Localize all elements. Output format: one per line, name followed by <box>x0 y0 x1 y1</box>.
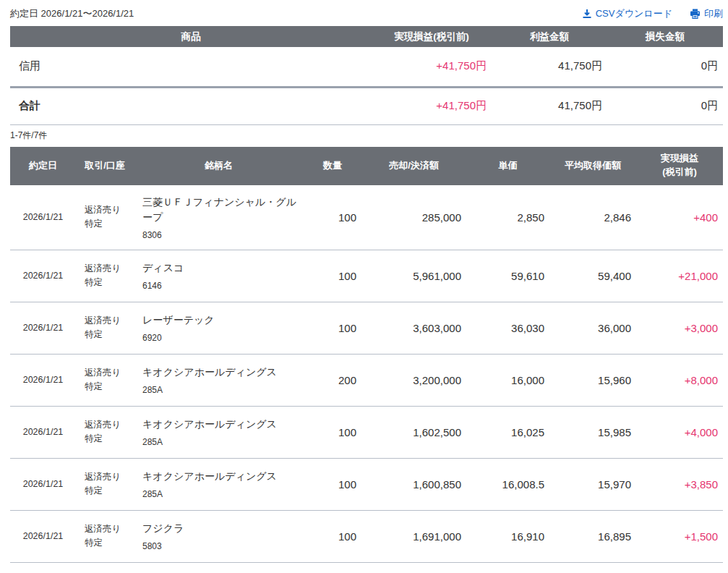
account-type: 特定 <box>85 432 134 446</box>
table-row: 2026/1/21 返済売り 特定 キオクシアホールディングス 285A 100… <box>10 406 723 458</box>
realized-pl-value: +1,500 <box>636 510 723 562</box>
trade-type: 返済売り <box>85 366 134 380</box>
quantity-value: 100 <box>304 185 361 250</box>
summary-header-product: 商品 <box>10 26 372 47</box>
summary-header-row: 商品 実現損益(税引前) 利益金額 損失金額 <box>10 26 723 47</box>
unit-price-value: 2,850 <box>466 185 549 250</box>
header-avg-acquisition-price: 平均取得価額 <box>549 147 636 185</box>
stock-name: フジクラ <box>142 521 304 536</box>
profit-value: 41,750円 <box>492 47 607 87</box>
account-type: 特定 <box>85 484 134 498</box>
realized-pl-value: +41,750円 <box>372 47 492 87</box>
toolbar-links: CSVダウンロード 印刷 <box>582 7 723 20</box>
stock-code: 285A <box>142 489 304 499</box>
avg-acquisition-price-value: 15,985 <box>549 406 636 458</box>
unit-price-value: 16,025 <box>466 406 549 458</box>
stock-name: ディスコ <box>142 260 304 276</box>
settlement-amount-value: 5,961,000 <box>361 250 466 302</box>
total-profit-value: 41,750円 <box>492 87 607 124</box>
header-quantity: 数量 <box>304 147 361 185</box>
stock-cell: レーザーテック 6920 <box>134 302 304 354</box>
unit-price-value: 16,000 <box>466 354 549 406</box>
quantity-value: 100 <box>304 510 361 562</box>
csv-download-label: CSVダウンロード <box>596 7 672 20</box>
quantity-value: 200 <box>304 354 361 406</box>
realized-pl-value: +21,000 <box>636 250 723 302</box>
trade-date: 2026/1/21 <box>10 406 76 458</box>
table-row: 2026/1/21 返済売り 特定 レーザーテック 6920 100 3,603… <box>10 302 723 354</box>
table-row: 2026/1/21 返済売り 特定 キオクシアホールディングス 285A 200… <box>10 354 723 406</box>
account-type: 特定 <box>85 328 134 341</box>
realized-pl-value: +3,000 <box>636 302 723 354</box>
avg-acquisition-price-value: 15,960 <box>549 354 636 406</box>
header-stock-name: 銘柄名 <box>134 147 304 185</box>
avg-acquisition-price-value: 2,846 <box>549 185 636 250</box>
stock-name: キオクシアホールディングス <box>142 469 304 484</box>
unit-price-value: 16,008.5 <box>466 458 549 510</box>
settlement-amount-value: 3,200,000 <box>361 354 466 406</box>
trade-account-cell: 返済売り 特定 <box>76 185 134 250</box>
table-row: 2026/1/21 返済売り 特定 フジクラ 5803 100 1,691,00… <box>10 510 723 562</box>
trade-date: 2026/1/21 <box>10 185 76 250</box>
realized-pl-value: +400 <box>636 185 723 250</box>
detail-header-row: 約定日 取引/口座 銘柄名 数量 売却/決済額 単価 平均取得価額 実現損益 (… <box>10 147 723 185</box>
account-type: 特定 <box>85 276 134 289</box>
pagination-label: 1-7件/7件 <box>10 125 723 147</box>
stock-name: レーザーテック <box>142 313 304 328</box>
avg-acquisition-price-value: 16,895 <box>549 510 636 562</box>
stock-code: 285A <box>142 385 304 395</box>
csv-download-link[interactable]: CSVダウンロード <box>582 7 672 20</box>
total-loss-value: 0円 <box>607 87 723 124</box>
print-label: 印刷 <box>704 7 723 20</box>
stock-cell: キオクシアホールディングス 285A <box>134 458 304 510</box>
total-label: 合計 <box>10 87 372 124</box>
quantity-value: 100 <box>304 250 361 302</box>
page-root: 約定日 2026/1/21〜2026/1/21 CSVダウンロード <box>0 0 728 563</box>
header-settlement-amount: 売却/決済額 <box>361 147 466 185</box>
print-link[interactable]: 印刷 <box>690 7 723 20</box>
header-realized-pl-line2: (税引前) <box>636 166 723 179</box>
trade-account-cell: 返済売り 特定 <box>76 302 134 354</box>
settlement-amount-value: 285,000 <box>361 185 466 250</box>
product-label: 信用 <box>10 47 372 87</box>
stock-code: 8306 <box>142 230 304 240</box>
settlement-amount-value: 1,691,000 <box>361 510 466 562</box>
trade-account-cell: 返済売り 特定 <box>76 510 134 562</box>
download-icon <box>582 9 592 19</box>
header-trade-date: 約定日 <box>10 147 76 185</box>
summary-total-row: 合計 +41,750円 41,750円 0円 <box>10 87 723 124</box>
trade-account-cell: 返済売り 特定 <box>76 406 134 458</box>
summary-header-realized-pl: 実現損益(税引前) <box>372 26 492 47</box>
stock-cell: キオクシアホールディングス 285A <box>134 406 304 458</box>
avg-acquisition-price-value: 15,970 <box>549 458 636 510</box>
account-type: 特定 <box>85 536 134 550</box>
total-realized-pl-value: +41,750円 <box>372 87 492 124</box>
trade-account-cell: 返済売り 特定 <box>76 250 134 302</box>
trade-date: 2026/1/21 <box>10 510 76 562</box>
summary-header-profit: 利益金額 <box>492 26 607 47</box>
summary-header-loss: 損失金額 <box>607 26 723 47</box>
header-realized-pl: 実現損益 (税引前) <box>636 147 723 185</box>
printer-icon <box>690 9 701 19</box>
quantity-value: 100 <box>304 458 361 510</box>
realized-pl-value: +8,000 <box>636 354 723 406</box>
table-row: 2026/1/21 返済売り 特定 三菱ＵＦＪフィナンシャル・グループ 8306… <box>10 185 723 250</box>
stock-name: キオクシアホールディングス <box>142 417 304 432</box>
avg-acquisition-price-value: 59,400 <box>549 250 636 302</box>
trade-type: 返済売り <box>85 470 134 484</box>
realized-pl-value: +3,850 <box>636 458 723 510</box>
stock-cell: ディスコ 6146 <box>134 250 304 302</box>
table-row: 2026/1/21 返済売り 特定 キオクシアホールディングス 285A 100… <box>10 458 723 510</box>
summary-row-margin: 信用 +41,750円 41,750円 0円 <box>10 47 723 87</box>
trade-type: 返済売り <box>85 203 134 217</box>
stock-cell: フジクラ 5803 <box>134 510 304 562</box>
trade-type: 返済売り <box>85 418 134 432</box>
trade-type: 返済売り <box>85 314 134 328</box>
trade-date: 2026/1/21 <box>10 458 76 510</box>
loss-value: 0円 <box>607 47 723 87</box>
settlement-amount-value: 3,603,000 <box>361 302 466 354</box>
stock-code: 6146 <box>142 281 304 291</box>
stock-name: 三菱ＵＦＪフィナンシャル・グループ <box>142 195 304 225</box>
stock-code: 6920 <box>142 333 304 343</box>
detail-table-body: 2026/1/21 返済売り 特定 三菱ＵＦＪフィナンシャル・グループ 8306… <box>10 185 723 563</box>
